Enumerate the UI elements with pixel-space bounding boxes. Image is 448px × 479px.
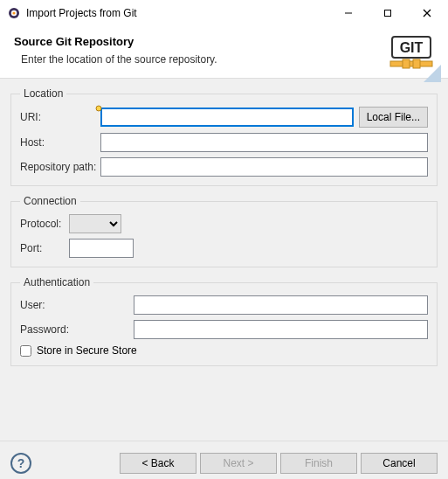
authentication-group: Authentication User: Password: Store in … (10, 276, 438, 366)
authentication-legend: Authentication (20, 276, 93, 288)
wizard-header: Source Git Repository Enter the location… (0, 26, 448, 79)
store-secure-label: Store in Secure Store (37, 344, 137, 357)
finish-button[interactable]: Finish (280, 453, 357, 474)
host-input[interactable] (100, 133, 428, 152)
svg-rect-4 (384, 10, 390, 17)
user-input[interactable] (134, 295, 428, 315)
back-button[interactable]: < Back (120, 453, 196, 474)
connection-group: Connection Protocol: Port: (10, 195, 438, 267)
host-label: Host: (20, 136, 100, 149)
title-bar: Import Projects from Git (0, 0, 448, 26)
git-logo: GIT (387, 31, 441, 82)
wizard-content: Location URI: Local File... Host: Reposi… (0, 79, 448, 441)
svg-rect-11 (413, 59, 420, 68)
port-input[interactable] (69, 239, 134, 258)
port-label: Port: (20, 242, 69, 254)
protocol-select[interactable] (69, 214, 121, 233)
location-legend: Location (20, 87, 66, 100)
page-title: Source Git Repository (14, 35, 434, 48)
svg-rect-10 (403, 59, 410, 68)
window-title: Import Projects from Git (26, 7, 328, 19)
svg-point-2 (12, 11, 15, 14)
password-input[interactable] (134, 320, 428, 339)
uri-label: URI: (20, 111, 100, 123)
help-icon[interactable]: ? (10, 453, 31, 474)
app-icon (7, 6, 21, 20)
svg-point-13 (96, 106, 101, 111)
location-group: Location URI: Local File... Host: Reposi… (10, 87, 438, 186)
minimize-button[interactable] (328, 1, 368, 26)
repository-path-label: Repository path: (20, 161, 100, 173)
cancel-button[interactable]: Cancel (361, 453, 438, 474)
store-secure-checkbox[interactable] (20, 345, 31, 357)
close-button[interactable] (407, 1, 446, 26)
maximize-button[interactable] (368, 1, 407, 26)
next-button[interactable]: Next > (200, 453, 277, 474)
uri-input[interactable] (100, 108, 354, 127)
local-file-button[interactable]: Local File... (359, 107, 428, 128)
svg-rect-9 (390, 61, 432, 66)
svg-marker-12 (424, 65, 441, 82)
button-bar: ? < Back Next > Finish Cancel (0, 441, 448, 479)
page-subtitle: Enter the location of the source reposit… (21, 53, 434, 66)
password-label: Password: (20, 323, 134, 336)
protocol-label: Protocol: (20, 218, 69, 230)
warning-icon (95, 104, 104, 116)
user-label: User: (20, 299, 134, 311)
svg-text:GIT: GIT (400, 40, 424, 55)
repository-path-input[interactable] (100, 157, 428, 177)
connection-legend: Connection (20, 195, 80, 207)
